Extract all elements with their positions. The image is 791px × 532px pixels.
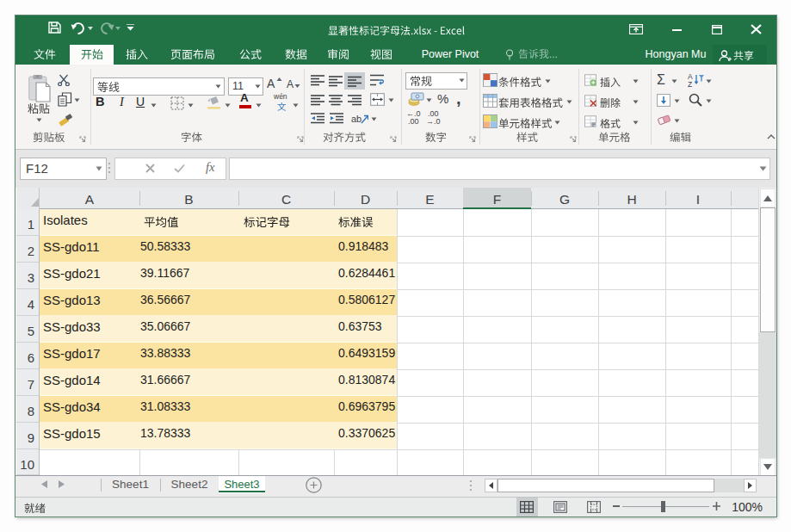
svg-text:Σ: Σ — [657, 72, 665, 86]
svg-text:Z: Z — [688, 80, 692, 88]
svg-text:ab: ab — [351, 114, 362, 124]
